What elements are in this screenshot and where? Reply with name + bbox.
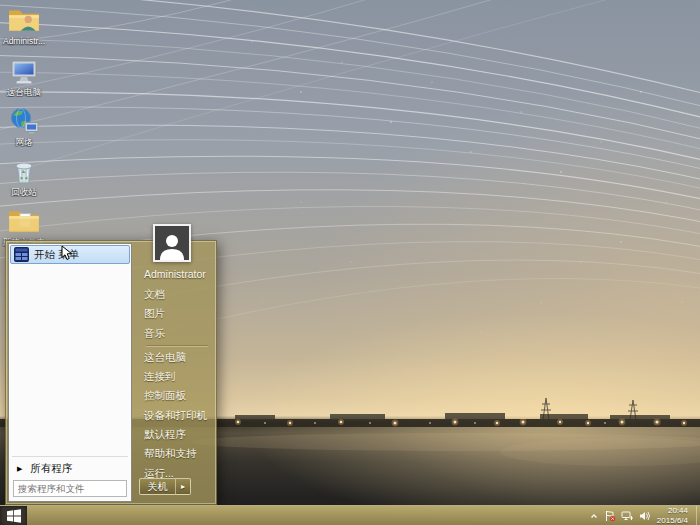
- start-button[interactable]: [0, 506, 27, 525]
- desktop-icon-column: Administr... 这台电脑: [0, 4, 48, 255]
- desktop-icon-administrator[interactable]: Administr...: [0, 4, 48, 54]
- desktop-icon-label: Administr...: [0, 37, 48, 46]
- shutdown-button[interactable]: 关机: [139, 478, 175, 495]
- clock-time: 20:44: [657, 506, 688, 516]
- pinned-item-label: 开始 菜单: [34, 248, 79, 262]
- start-menu-item-control-panel[interactable]: 控制面板: [144, 386, 216, 405]
- action-center-flag-icon[interactable]: [604, 510, 616, 522]
- start-menu-pinned-item[interactable]: 开始 菜单: [10, 245, 130, 264]
- shutdown-group: 关机 ▸: [139, 478, 191, 495]
- desktop-icon-this-pc[interactable]: 这台电脑: [0, 55, 48, 105]
- start-menu-footer: ▶ 所有程序: [9, 456, 131, 501]
- shutdown-options-arrow[interactable]: ▸: [175, 478, 191, 495]
- search-row: [9, 477, 131, 501]
- system-tray: [589, 510, 651, 522]
- user-folder-icon: [7, 4, 41, 36]
- start-menu-item-connect-to[interactable]: 连接到: [144, 367, 216, 386]
- desktop-icon-network[interactable]: 网络: [0, 105, 48, 155]
- start-menu-app-icon: [14, 247, 29, 262]
- start-menu-item-devices-printers[interactable]: 设备和打印机: [144, 406, 216, 425]
- network-status-icon[interactable]: [621, 510, 634, 522]
- clock-date: 2015/6/4: [657, 516, 688, 525]
- start-menu-item-help-support[interactable]: 帮助和支持: [144, 444, 216, 463]
- start-menu-program-list: 开始 菜单 ▶ 所有程序: [8, 243, 132, 502]
- windows-logo-icon: [7, 509, 21, 523]
- all-programs-label: 所有程序: [30, 462, 72, 476]
- desktop-wallpaper: Administr... 这台电脑: [0, 0, 700, 525]
- show-hidden-icons-chevron[interactable]: [589, 511, 599, 521]
- start-menu-item-documents[interactable]: 文档: [144, 285, 216, 304]
- start-menu-right-panel: Administrator 文档 图片 音乐 这台电脑 连接到 控制面板 设备和…: [134, 243, 216, 502]
- computer-icon: [8, 55, 40, 87]
- network-globe-icon: [8, 105, 40, 137]
- divider: [146, 345, 208, 346]
- divider: [12, 456, 128, 457]
- desktop-icon-recycle-bin[interactable]: 回收站: [0, 155, 48, 205]
- recycle-bin-icon: [8, 155, 40, 187]
- avatar[interactable]: [153, 224, 191, 262]
- desktop-icon-label: 这台电脑: [0, 88, 48, 97]
- show-desktop-button[interactable]: [696, 506, 700, 525]
- right-triangle-icon: ▶: [17, 465, 22, 473]
- volume-icon[interactable]: [639, 510, 651, 522]
- start-menu-links: Administrator 文档 图片 音乐 这台电脑 连接到 控制面板 设备和…: [134, 243, 216, 483]
- search-box: [13, 480, 127, 497]
- start-menu: 开始 菜单 ▶ 所有程序: [5, 240, 217, 505]
- user-silhouette-icon: [157, 232, 187, 260]
- desktop-icon-label: 网络: [0, 138, 48, 147]
- start-menu-item-username[interactable]: Administrator: [144, 265, 216, 285]
- start-menu-item-pictures[interactable]: 图片: [144, 304, 216, 323]
- start-menu-item-this-pc[interactable]: 这台电脑: [144, 348, 216, 367]
- taskbar: 20:44 2015/6/4: [0, 505, 700, 525]
- search-input[interactable]: [18, 483, 150, 494]
- start-menu-item-music[interactable]: 音乐: [144, 324, 216, 343]
- all-programs-button[interactable]: ▶ 所有程序: [9, 460, 131, 477]
- folder-icon: [7, 205, 41, 237]
- desktop-icon-label: 回收站: [0, 188, 48, 197]
- taskbar-clock[interactable]: 20:44 2015/6/4: [657, 506, 688, 525]
- start-menu-item-default-programs[interactable]: 默认程序: [144, 425, 216, 444]
